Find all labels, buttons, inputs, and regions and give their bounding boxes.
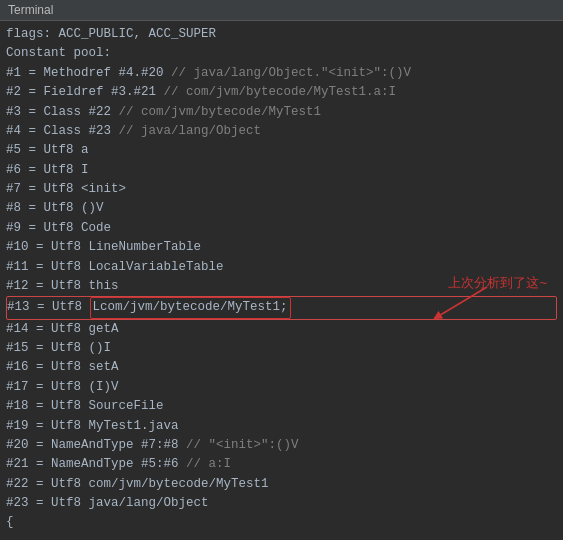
code-line: #4 = Class #23 // java/lang/Object xyxy=(6,122,557,141)
line-content: #2 = Fieldref #3.#21 // com/jvm/bytecode… xyxy=(6,83,557,102)
terminal-window: Terminal flags: ACC_PUBLIC, ACC_SUPERCon… xyxy=(0,0,563,537)
line-content: Constant pool: xyxy=(6,44,557,63)
terminal-line: #3 = Class #22 // com/jvm/bytecode/MyTes… xyxy=(6,103,557,122)
terminal-line: #9 = Utf8 Code xyxy=(6,219,557,238)
line-content: #4 = Class #23 // java/lang/Object xyxy=(6,122,557,141)
terminal-line: #16 = Utf8 setA xyxy=(6,358,557,377)
code-line: #15 = Utf8 ()I xyxy=(6,339,557,358)
line-content: #10 = Utf8 LineNumberTable xyxy=(6,238,557,257)
line-content: #5 = Utf8 a xyxy=(6,141,557,160)
code-line: #5 = Utf8 a xyxy=(6,141,557,160)
code-line: #23 = Utf8 java/lang/Object xyxy=(6,494,557,513)
terminal-line: #7 = Utf8 <init> xyxy=(6,180,557,199)
terminal-line: #15 = Utf8 ()I xyxy=(6,339,557,358)
line-content: #1 = Methodref #4.#20 // java/lang/Objec… xyxy=(6,64,557,83)
code-line: #18 = Utf8 SourceFile xyxy=(6,397,557,416)
code-line: #6 = Utf8 I xyxy=(6,161,557,180)
terminal-line: #10 = Utf8 LineNumberTable xyxy=(6,238,557,257)
code-line: #14 = Utf8 getA xyxy=(6,320,557,339)
code-line: #19 = Utf8 MyTest1.java xyxy=(6,417,557,436)
terminal-line: #19 = Utf8 MyTest1.java xyxy=(6,417,557,436)
line-content: #20 = NameAndType #7:#8 // "<init>":()V xyxy=(6,436,557,455)
line-content: #23 = Utf8 java/lang/Object xyxy=(6,494,557,513)
terminal-line: #1 = Methodref #4.#20 // java/lang/Objec… xyxy=(6,64,557,83)
code-line: Constant pool: xyxy=(6,44,557,63)
line-content: { xyxy=(6,513,557,532)
terminal-line: Constant pool: xyxy=(6,44,557,63)
code-line: #8 = Utf8 ()V xyxy=(6,199,557,218)
terminal-line: #23 = Utf8 java/lang/Object xyxy=(6,494,557,513)
line-content: #18 = Utf8 SourceFile xyxy=(6,397,557,416)
code-line: #20 = NameAndType #7:#8 // "<init>":()V xyxy=(6,436,557,455)
annotation-bubble: 上次分析到了这~ xyxy=(448,274,547,292)
terminal-line: #20 = NameAndType #7:#8 // "<init>":()V xyxy=(6,436,557,455)
line-content: #7 = Utf8 <init> xyxy=(6,180,557,199)
terminal-line: flags: ACC_PUBLIC, ACC_SUPER xyxy=(6,25,557,44)
terminal-line: #22 = Utf8 com/jvm/bytecode/MyTest1 xyxy=(6,475,557,494)
line-content: #8 = Utf8 ()V xyxy=(6,199,557,218)
code-line: #21 = NameAndType #5:#6 // a:I xyxy=(6,455,557,474)
terminal-header: Terminal xyxy=(0,0,563,21)
code-line: #22 = Utf8 com/jvm/bytecode/MyTest1 xyxy=(6,475,557,494)
terminal-body[interactable]: flags: ACC_PUBLIC, ACC_SUPERConstant poo… xyxy=(0,21,563,537)
line-content: #6 = Utf8 I xyxy=(6,161,557,180)
code-line: #1 = Methodref #4.#20 // java/lang/Objec… xyxy=(6,64,557,83)
terminal-line: 上次分析到了这~ #13 = Utf8 Lcom/jvm/bytecode/My… xyxy=(6,296,557,319)
code-line: #2 = Fieldref #3.#21 // com/jvm/bytecode… xyxy=(6,83,557,102)
line-content: flags: ACC_PUBLIC, ACC_SUPER xyxy=(6,25,557,44)
code-line: #10 = Utf8 LineNumberTable xyxy=(6,238,557,257)
terminal-title: Terminal xyxy=(8,3,53,17)
code-line: #13 = Utf8 Lcom/jvm/bytecode/MyTest1; xyxy=(6,296,557,319)
line-content: #19 = Utf8 MyTest1.java xyxy=(6,417,557,436)
code-line: { xyxy=(6,513,557,532)
line-content: #21 = NameAndType #5:#6 // a:I xyxy=(6,455,557,474)
terminal-line: #21 = NameAndType #5:#6 // a:I xyxy=(6,455,557,474)
line-content: #13 = Utf8 Lcom/jvm/bytecode/MyTest1; xyxy=(7,297,556,318)
line-content: #14 = Utf8 getA xyxy=(6,320,557,339)
line-content: #16 = Utf8 setA xyxy=(6,358,557,377)
code-line: #7 = Utf8 <init> xyxy=(6,180,557,199)
code-line: #3 = Class #22 // com/jvm/bytecode/MyTes… xyxy=(6,103,557,122)
line-content: #22 = Utf8 com/jvm/bytecode/MyTest1 xyxy=(6,475,557,494)
code-line: #16 = Utf8 setA xyxy=(6,358,557,377)
terminal-line: #14 = Utf8 getA xyxy=(6,320,557,339)
line-content: #17 = Utf8 (I)V xyxy=(6,378,557,397)
line-content: #15 = Utf8 ()I xyxy=(6,339,557,358)
terminal-line: #18 = Utf8 SourceFile xyxy=(6,397,557,416)
terminal-line: #5 = Utf8 a xyxy=(6,141,557,160)
terminal-line: #17 = Utf8 (I)V xyxy=(6,378,557,397)
line-content: #3 = Class #22 // com/jvm/bytecode/MyTes… xyxy=(6,103,557,122)
line-content: #9 = Utf8 Code xyxy=(6,219,557,238)
terminal-line: { xyxy=(6,513,557,532)
terminal-line: #6 = Utf8 I xyxy=(6,161,557,180)
code-line: #9 = Utf8 Code xyxy=(6,219,557,238)
code-line: flags: ACC_PUBLIC, ACC_SUPER xyxy=(6,25,557,44)
terminal-line: #4 = Class #23 // java/lang/Object xyxy=(6,122,557,141)
terminal-line: #8 = Utf8 ()V xyxy=(6,199,557,218)
code-line: #17 = Utf8 (I)V xyxy=(6,378,557,397)
terminal-line: #2 = Fieldref #3.#21 // com/jvm/bytecode… xyxy=(6,83,557,102)
